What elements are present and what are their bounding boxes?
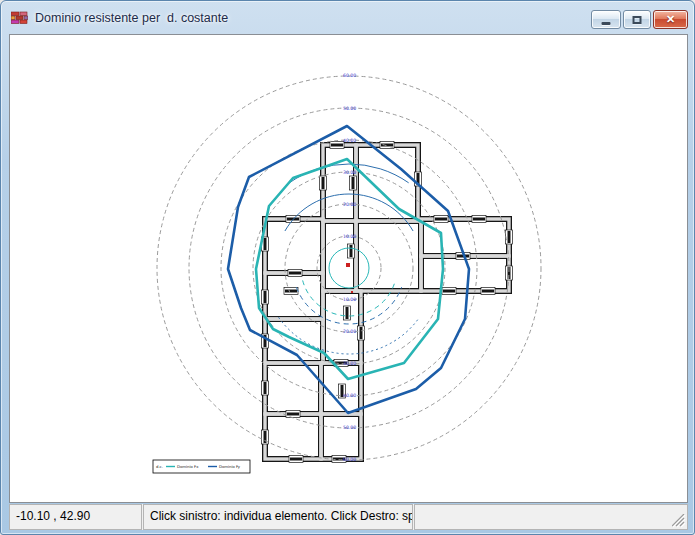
svg-text:50.00: 50.00 [343, 106, 356, 111]
svg-text:Dominio Fx: Dominio Fx [177, 464, 199, 469]
titlebar[interactable]: Dominio resistente per d. costante ✕ [1, 1, 694, 34]
window-title: Dominio resistente per d. costante [35, 11, 228, 25]
close-button[interactable]: ✕ [653, 10, 688, 29]
brick-icon [11, 11, 28, 25]
svg-text:60.00: 60.00 [343, 457, 356, 462]
statusbar-spare-panel [414, 504, 688, 530]
minimize-icon [602, 22, 611, 25]
svg-text:40.00: 40.00 [343, 138, 356, 143]
svg-text:30.00: 30.00 [343, 170, 356, 175]
cursor-coordinates: -10.10 , 42.90 [9, 504, 142, 530]
minimize-button[interactable] [591, 10, 621, 29]
svg-text:20.00: 20.00 [343, 202, 356, 207]
resize-grip-icon[interactable] [672, 514, 686, 528]
svg-text:50.00: 50.00 [343, 425, 356, 430]
svg-text:20.00: 20.00 [343, 329, 356, 334]
statusbar: -10.10 , 42.90 Click sinistro: individua… [9, 504, 688, 530]
svg-text:40.00: 40.00 [343, 393, 356, 398]
close-icon: ✕ [654, 13, 687, 26]
svg-text:30.00: 30.00 [343, 361, 356, 366]
svg-text:60.00: 60.00 [343, 73, 356, 78]
svg-text:d.c.: d.c. [156, 464, 163, 469]
svg-text:Dominio Fy: Dominio Fy [219, 464, 241, 469]
svg-text:10.00: 10.00 [343, 234, 356, 239]
app-window: Dominio resistente per d. costante ✕ 60.… [0, 0, 695, 535]
resistance-domain-plot: 60.0050.0040.0030.0020.0010.0010.0020.00… [10, 35, 687, 502]
maximize-icon [633, 16, 642, 24]
maximize-button[interactable] [623, 10, 651, 29]
drawing-canvas[interactable]: 60.0050.0040.0030.0020.0010.0010.0020.00… [9, 34, 688, 503]
svg-text:10.00: 10.00 [343, 297, 356, 302]
statusbar-hint: Click sinistro: individua elemento. Clic… [143, 504, 413, 530]
